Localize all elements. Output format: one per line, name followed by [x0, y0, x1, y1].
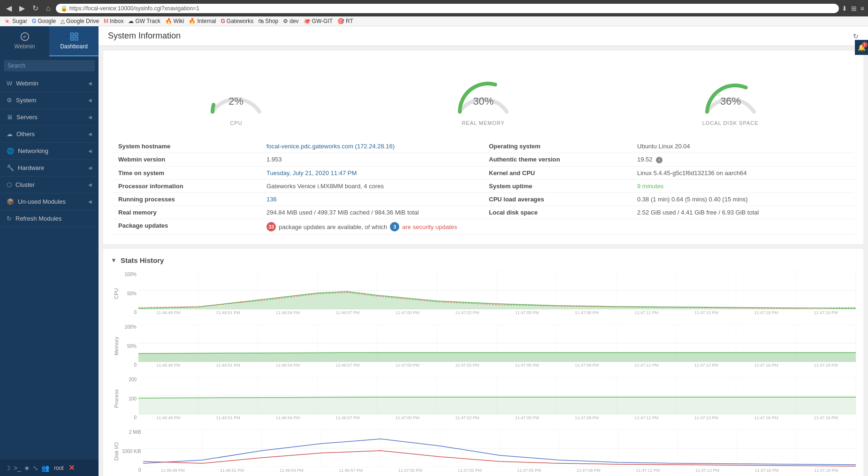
- hostname-link[interactable]: focal-venice.pdc.gateworks.com (172.24.2…: [266, 143, 395, 150]
- sidebar-dashboard-btn[interactable]: Dashboard: [49, 26, 99, 56]
- value-kernel: Linux 5.4.45-g5c1f6d132136 on aarch64: [632, 167, 854, 180]
- sidebar-item-system-label: System: [16, 97, 36, 104]
- svg-rect-3: [70, 38, 73, 40]
- sidebar-item-others[interactable]: ☁ Others ◀: [0, 126, 99, 143]
- bookmark-gwgit[interactable]: 🐙GW-GIT: [304, 18, 333, 24]
- sidebar-item-unused-label: Un-used Modules: [18, 198, 66, 205]
- bookmark-rt[interactable]: 🎯RT: [337, 18, 353, 24]
- bookmark-google[interactable]: GGoogle: [32, 18, 56, 24]
- diskio-chart-svg: [143, 430, 856, 467]
- sidebar: Webmin Dashboard W Webmin ◀ ⚙ System ◀: [0, 26, 99, 476]
- extensions-icon[interactable]: ⊞: [851, 5, 857, 12]
- label-packages: Package updates: [113, 219, 261, 235]
- app-body: Webmin Dashboard W Webmin ◀ ⚙ System ◀: [0, 26, 868, 476]
- home-button[interactable]: ⌂: [44, 3, 53, 14]
- bookmark-drive[interactable]: △Google Drive: [61, 18, 99, 24]
- servers-nav-icon: 🖥: [7, 114, 13, 121]
- share-icon[interactable]: ⤡: [33, 464, 38, 472]
- sidebar-item-webmin[interactable]: W Webmin ◀: [0, 75, 99, 92]
- sidebar-item-system[interactable]: ⚙ System ◀: [0, 92, 99, 109]
- bookmark-shop[interactable]: 🛍Shop: [258, 18, 278, 24]
- label-diskspace: Local disk space: [483, 206, 632, 219]
- gauge-row: 2% CPU 30% REAL MEMORY: [113, 60, 854, 135]
- lock-icon: 🔒: [61, 5, 68, 12]
- search-input[interactable]: [4, 60, 95, 71]
- back-button[interactable]: ◀: [4, 3, 14, 14]
- moon-icon[interactable]: ☽: [5, 464, 11, 472]
- dashboard-label: Dashboard: [60, 43, 88, 50]
- memory-y-labels: 100%50%0: [122, 324, 138, 368]
- value-memory: 294.84 MiB used / 499.37 MiB cached / 98…: [261, 206, 483, 219]
- others-nav-icon: ☁: [7, 131, 13, 138]
- disk-gauge-label: LOCAL DISK SPACE: [702, 120, 759, 126]
- hardware-nav-icon: 🔧: [7, 164, 14, 171]
- sidebar-item-unused-modules[interactable]: 📦 Un-used Modules ◀: [0, 193, 99, 210]
- memory-gauge-svg: 30%: [450, 69, 516, 116]
- bookmark-gateworks[interactable]: GGateworks: [221, 18, 254, 24]
- process-x-labels: 11:46:49 PM11:46:51 PM11:46:54 PM11:46:5…: [138, 415, 856, 420]
- bookmark-wiki[interactable]: 🔥Wiki: [165, 18, 184, 24]
- bookmark-inbox[interactable]: MInbox: [104, 18, 123, 24]
- info-icon[interactable]: i: [656, 157, 662, 163]
- cpu-x-labels: 11:46:49 PM11:46:51 PM11:46:54 PM11:46:5…: [138, 310, 856, 315]
- memory-chart-svg: [138, 324, 856, 362]
- sidebar-item-servers[interactable]: 🖥 Servers ◀: [0, 109, 99, 126]
- chevron-right-icon: ◀: [88, 81, 92, 86]
- svg-text:30%: 30%: [473, 95, 494, 107]
- svg-text:36%: 36%: [720, 95, 741, 107]
- sidebar-item-networking-label: Networking: [18, 147, 48, 154]
- sidebar-item-hardware[interactable]: 🔧 Hardware ◀: [0, 160, 99, 177]
- chevron-right-icon2: ◀: [88, 98, 92, 103]
- users-icon[interactable]: 👥: [41, 464, 49, 472]
- label-kernel: Kernel and CPU: [483, 167, 632, 180]
- sidebar-item-networking[interactable]: 🌐 Networking ◀: [0, 143, 99, 160]
- label-theme-ver: Authentic theme version: [483, 153, 632, 167]
- security-updates-link[interactable]: are security updates: [402, 223, 457, 230]
- value-processor: Gateworks Venice i.MX8MM board, 4 cores: [261, 180, 483, 193]
- value-uptime: 9 minutes: [632, 180, 854, 193]
- section-collapse-icon[interactable]: ▼: [111, 257, 117, 264]
- sidebar-item-webmin-label: Webmin: [16, 80, 38, 87]
- system-info-table: System hostname focal-venice.pdc.gatewor…: [113, 140, 854, 235]
- disk-gauge-svg: 36%: [698, 69, 763, 116]
- refresh-icon[interactable]: ↻: [853, 32, 859, 40]
- forward-button[interactable]: ▶: [17, 3, 27, 14]
- memory-gauge-label: REAL MEMORY: [462, 120, 505, 126]
- value-load: 0.38 (1 min) 0.64 (5 mins) 0.40 (15 mins…: [632, 193, 854, 206]
- bookmark-sugar[interactable]: 🍬Sugar: [4, 18, 27, 24]
- bookmark-internal[interactable]: 🔥Internal: [189, 18, 216, 24]
- bookmark-gwtrack[interactable]: ☁GW Track: [128, 18, 160, 24]
- menu-icon[interactable]: ≡: [860, 5, 864, 12]
- sidebar-item-refresh-modules[interactable]: ↻ Refresh Modules: [0, 210, 99, 227]
- label-processor: Processor information: [113, 180, 261, 193]
- sidebar-item-cluster[interactable]: ⬡ Cluster ◀: [0, 177, 99, 193]
- footer-username: root: [54, 465, 64, 471]
- cpu-chart-container: CPU 100%50%0: [111, 272, 856, 315]
- top-bar: System Information ↻: [99, 26, 868, 46]
- processes-link[interactable]: 136: [266, 196, 277, 203]
- value-os: Ubuntu Linux 20.04: [632, 140, 854, 153]
- terminal-icon[interactable]: >_: [14, 464, 21, 472]
- notification-bell[interactable]: 🔔 !: [855, 40, 868, 55]
- browser-actions: ⬇ ⊞ ≡: [842, 5, 864, 12]
- uptime-link[interactable]: 9 minutes: [637, 183, 663, 190]
- star-icon[interactable]: ★: [24, 464, 30, 472]
- memory-x-labels: 11:46:49 PM11:46:51 PM11:46:54 PM11:46:5…: [138, 363, 856, 368]
- sidebar-webmin-btn[interactable]: Webmin: [0, 26, 49, 56]
- chevron-right-icon6: ◀: [88, 165, 92, 170]
- logout-icon[interactable]: ✕: [69, 463, 75, 472]
- time-link[interactable]: Tuesday, July 21, 2020 11:47 PM: [266, 169, 357, 177]
- security-count-badge: 3: [390, 222, 399, 231]
- reload-button[interactable]: ↻: [30, 3, 41, 14]
- value-webmin-ver: 1.953: [261, 153, 483, 167]
- sidebar-item-hardware-label: Hardware: [18, 164, 44, 171]
- chevron-right-icon7: ◀: [88, 182, 92, 187]
- url-bar[interactable]: 🔒 https://focal-venice:10000/sysinfo.cgi…: [56, 4, 839, 13]
- url-text: https://focal-venice:10000/sysinfo.cgi?x…: [69, 5, 199, 12]
- download-icon[interactable]: ⬇: [842, 5, 847, 12]
- table-row: Running processes 136 CPU load averages …: [113, 193, 854, 206]
- sidebar-item-refresh-label: Refresh Modules: [15, 215, 61, 222]
- bell-icon: 🔔 !: [858, 44, 866, 51]
- bookmark-dev[interactable]: ⚙dev: [283, 18, 298, 24]
- stats-title: Stats History: [121, 256, 164, 264]
